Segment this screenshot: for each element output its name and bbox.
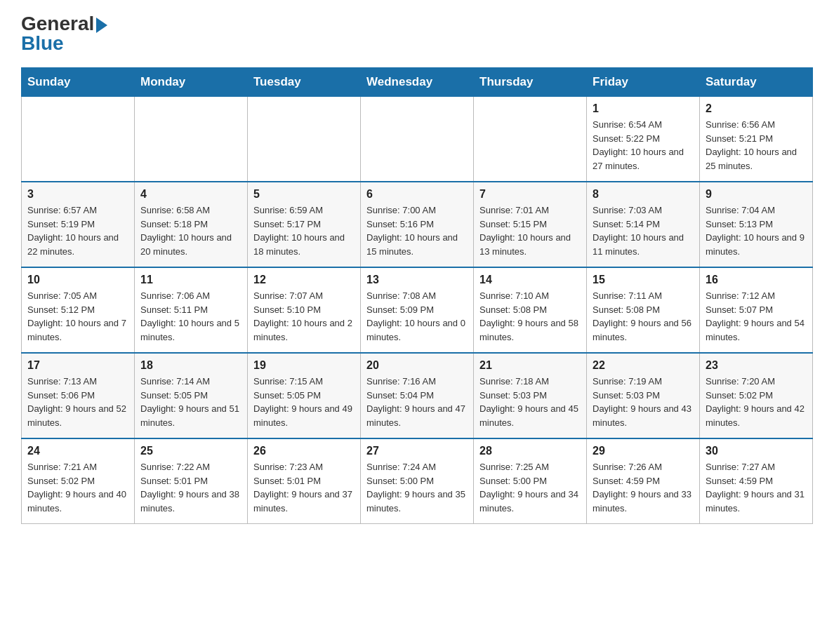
day-number: 5 (253, 188, 355, 201)
day-number: 23 (706, 359, 807, 372)
calendar-day-cell: 10Sunrise: 7:05 AMSunset: 5:12 PMDayligh… (22, 267, 135, 353)
calendar-day-cell: 11Sunrise: 7:06 AMSunset: 5:11 PMDayligh… (135, 267, 248, 353)
day-number: 13 (366, 274, 468, 286)
day-number: 8 (593, 188, 694, 201)
day-info: Sunrise: 7:25 AMSunset: 5:00 PMDaylight:… (479, 460, 581, 515)
day-info: Sunrise: 7:11 AMSunset: 5:08 PMDaylight:… (593, 289, 694, 344)
day-info: Sunrise: 7:26 AMSunset: 4:59 PMDaylight:… (593, 460, 694, 515)
calendar-day-cell: 28Sunrise: 7:25 AMSunset: 5:00 PMDayligh… (474, 438, 587, 524)
day-number: 30 (706, 445, 807, 457)
day-number: 19 (253, 359, 355, 372)
day-number: 26 (253, 445, 355, 457)
calendar-day-cell: 15Sunrise: 7:11 AMSunset: 5:08 PMDayligh… (587, 267, 700, 353)
day-info: Sunrise: 7:10 AMSunset: 5:08 PMDaylight:… (479, 289, 581, 344)
calendar-week-row: 10Sunrise: 7:05 AMSunset: 5:12 PMDayligh… (22, 267, 813, 353)
calendar-day-cell: 26Sunrise: 7:23 AMSunset: 5:01 PMDayligh… (248, 438, 361, 524)
calendar-day-cell: 30Sunrise: 7:27 AMSunset: 4:59 PMDayligh… (700, 438, 813, 524)
day-info: Sunrise: 7:18 AMSunset: 5:03 PMDaylight:… (479, 375, 581, 429)
day-number: 22 (593, 359, 694, 372)
day-info: Sunrise: 7:16 AMSunset: 5:04 PMDaylight:… (366, 375, 468, 429)
day-number: 15 (593, 274, 694, 286)
day-number: 10 (27, 274, 128, 286)
calendar-day-cell: 27Sunrise: 7:24 AMSunset: 5:00 PMDayligh… (361, 438, 474, 524)
weekday-header-saturday: Saturday (700, 68, 813, 97)
calendar-day-cell: 14Sunrise: 7:10 AMSunset: 5:08 PMDayligh… (474, 267, 587, 353)
weekday-header-thursday: Thursday (474, 68, 587, 97)
logo-blue-text: Blue (21, 34, 64, 53)
day-info: Sunrise: 6:58 AMSunset: 5:18 PMDaylight:… (140, 203, 241, 258)
calendar-day-cell: 16Sunrise: 7:12 AMSunset: 5:07 PMDayligh… (700, 267, 813, 353)
calendar-day-cell: 25Sunrise: 7:22 AMSunset: 5:01 PMDayligh… (135, 438, 248, 524)
day-info: Sunrise: 6:59 AMSunset: 5:17 PMDaylight:… (253, 203, 355, 258)
calendar-week-row: 3Sunrise: 6:57 AMSunset: 5:19 PMDaylight… (22, 182, 813, 267)
weekday-header-monday: Monday (135, 68, 248, 97)
day-number: 1 (593, 102, 694, 115)
day-info: Sunrise: 6:56 AMSunset: 5:21 PMDaylight:… (706, 118, 807, 173)
day-number: 2 (706, 102, 807, 115)
day-info: Sunrise: 7:00 AMSunset: 5:16 PMDaylight:… (366, 203, 468, 258)
day-info: Sunrise: 7:19 AMSunset: 5:03 PMDaylight:… (593, 375, 694, 429)
day-number: 14 (479, 274, 581, 286)
logo: General Blue (21, 14, 107, 53)
calendar-day-cell: 1Sunrise: 6:54 AMSunset: 5:22 PMDaylight… (587, 97, 700, 182)
weekday-header-friday: Friday (587, 68, 700, 97)
day-number: 16 (706, 274, 807, 286)
day-info: Sunrise: 6:54 AMSunset: 5:22 PMDaylight:… (593, 118, 694, 173)
day-number: 25 (140, 445, 241, 457)
weekday-header-tuesday: Tuesday (248, 68, 361, 97)
day-number: 7 (479, 188, 581, 201)
day-number: 21 (479, 359, 581, 372)
day-info: Sunrise: 7:20 AMSunset: 5:02 PMDaylight:… (706, 375, 807, 429)
day-number: 17 (27, 359, 128, 372)
day-info: Sunrise: 6:57 AMSunset: 5:19 PMDaylight:… (27, 203, 128, 258)
calendar-day-cell: 29Sunrise: 7:26 AMSunset: 4:59 PMDayligh… (587, 438, 700, 524)
day-info: Sunrise: 7:23 AMSunset: 5:01 PMDaylight:… (253, 460, 355, 515)
calendar-day-cell (474, 97, 587, 182)
day-info: Sunrise: 7:13 AMSunset: 5:06 PMDaylight:… (27, 375, 128, 429)
day-info: Sunrise: 7:04 AMSunset: 5:13 PMDaylight:… (706, 203, 807, 258)
day-info: Sunrise: 7:22 AMSunset: 5:01 PMDaylight:… (140, 460, 241, 515)
calendar-day-cell: 13Sunrise: 7:08 AMSunset: 5:09 PMDayligh… (361, 267, 474, 353)
day-info: Sunrise: 7:15 AMSunset: 5:05 PMDaylight:… (253, 375, 355, 429)
day-info: Sunrise: 7:01 AMSunset: 5:15 PMDaylight:… (479, 203, 581, 258)
calendar-day-cell: 18Sunrise: 7:14 AMSunset: 5:05 PMDayligh… (135, 353, 248, 438)
day-number: 3 (27, 188, 128, 201)
calendar-day-cell: 19Sunrise: 7:15 AMSunset: 5:05 PMDayligh… (248, 353, 361, 438)
calendar-day-cell (135, 97, 248, 182)
calendar-week-row: 1Sunrise: 6:54 AMSunset: 5:22 PMDaylight… (22, 97, 813, 182)
calendar-week-row: 24Sunrise: 7:21 AMSunset: 5:02 PMDayligh… (22, 438, 813, 524)
day-info: Sunrise: 7:05 AMSunset: 5:12 PMDaylight:… (27, 289, 128, 344)
calendar-week-row: 17Sunrise: 7:13 AMSunset: 5:06 PMDayligh… (22, 353, 813, 438)
day-number: 12 (253, 274, 355, 286)
day-number: 20 (366, 359, 468, 372)
day-number: 9 (706, 188, 807, 201)
calendar-day-cell: 12Sunrise: 7:07 AMSunset: 5:10 PMDayligh… (248, 267, 361, 353)
day-number: 28 (479, 445, 581, 457)
calendar-day-cell: 6Sunrise: 7:00 AMSunset: 5:16 PMDaylight… (361, 182, 474, 267)
calendar-day-cell: 24Sunrise: 7:21 AMSunset: 5:02 PMDayligh… (22, 438, 135, 524)
logo-general-text: General (21, 14, 107, 34)
calendar-day-cell (361, 97, 474, 182)
calendar-day-cell: 17Sunrise: 7:13 AMSunset: 5:06 PMDayligh… (22, 353, 135, 438)
weekday-header-wednesday: Wednesday (361, 68, 474, 97)
weekday-header-row: SundayMondayTuesdayWednesdayThursdayFrid… (22, 68, 813, 97)
day-info: Sunrise: 7:24 AMSunset: 5:00 PMDaylight:… (366, 460, 468, 515)
day-info: Sunrise: 7:08 AMSunset: 5:09 PMDaylight:… (366, 289, 468, 344)
calendar-day-cell: 3Sunrise: 6:57 AMSunset: 5:19 PMDaylight… (22, 182, 135, 267)
calendar-day-cell: 7Sunrise: 7:01 AMSunset: 5:15 PMDaylight… (474, 182, 587, 267)
day-info: Sunrise: 7:14 AMSunset: 5:05 PMDaylight:… (140, 375, 241, 429)
calendar-day-cell: 23Sunrise: 7:20 AMSunset: 5:02 PMDayligh… (700, 353, 813, 438)
calendar-day-cell: 21Sunrise: 7:18 AMSunset: 5:03 PMDayligh… (474, 353, 587, 438)
day-number: 18 (140, 359, 241, 372)
day-number: 6 (366, 188, 468, 201)
calendar-day-cell: 22Sunrise: 7:19 AMSunset: 5:03 PMDayligh… (587, 353, 700, 438)
day-info: Sunrise: 7:12 AMSunset: 5:07 PMDaylight:… (706, 289, 807, 344)
calendar-day-cell (248, 97, 361, 182)
day-number: 4 (140, 188, 241, 201)
calendar-day-cell: 8Sunrise: 7:03 AMSunset: 5:14 PMDaylight… (587, 182, 700, 267)
calendar-day-cell (22, 97, 135, 182)
calendar-table: SundayMondayTuesdayWednesdayThursdayFrid… (21, 67, 813, 524)
calendar-day-cell: 5Sunrise: 6:59 AMSunset: 5:17 PMDaylight… (248, 182, 361, 267)
day-number: 24 (27, 445, 128, 457)
calendar-day-cell: 4Sunrise: 6:58 AMSunset: 5:18 PMDaylight… (135, 182, 248, 267)
